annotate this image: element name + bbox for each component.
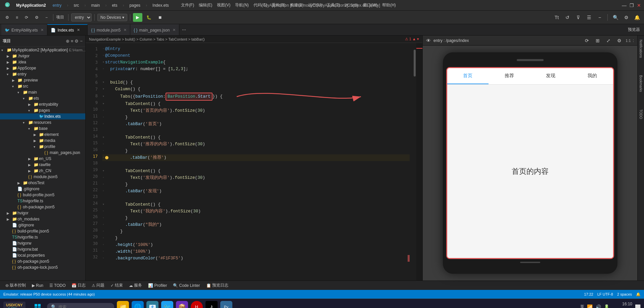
notifications-label[interactable]: Notifications: [638, 38, 643, 59]
expand-icon-btn[interactable]: ≡: [13, 14, 21, 21]
tree-hvigorfile-ts[interactable]: TS hvigorfile.ts: [0, 198, 85, 204]
tree-rawfile[interactable]: ▶ 📁 rawfile: [0, 162, 85, 168]
tree-src[interactable]: ▾ 📁 src: [0, 83, 85, 89]
close-tab-entryability[interactable]: ✕: [41, 28, 44, 32]
layout-icon-btn[interactable]: ☰: [585, 13, 593, 22]
tree-main-pages-json[interactable]: { } main_pages.json: [0, 150, 85, 156]
tree-appscope[interactable]: ▶ 📁 AppScope: [0, 65, 85, 71]
tray-battery[interactable]: 🔋: [604, 304, 609, 308]
todo-btn[interactable]: ☰ TODO: [47, 283, 68, 289]
tree-ohos-test[interactable]: ▶ 📁 ohosTest: [0, 180, 85, 186]
encoding[interactable]: LF UTF-8: [597, 292, 613, 296]
minus-icon-btn[interactable]: −: [43, 14, 50, 21]
sidebar-gear-icon[interactable]: ⚙: [75, 39, 79, 44]
gear2-icon-btn[interactable]: ⚙: [32, 14, 41, 21]
minimize-button[interactable]: —: [622, 3, 627, 8]
tree-entryability[interactable]: ▶ 📁 entryability: [0, 101, 85, 107]
restore-button[interactable]: ❐: [629, 3, 634, 8]
refresh-icon-btn[interactable]: ↺: [563, 13, 572, 22]
finish-btn[interactable]: ✓ 结束: [108, 282, 126, 289]
menu-edit[interactable]: 编辑(E): [197, 2, 214, 9]
tree-hvigorw-bat[interactable]: 📄 hvigorw.bat: [0, 246, 85, 252]
preview-log-btn[interactable]: 📋 预览日志: [203, 282, 231, 289]
editor-scrollbar[interactable]: [413, 43, 416, 280]
tree-gitignore-entry[interactable]: 📄 .gitignore: [0, 186, 85, 192]
run-label-btn[interactable]: ▶ Run: [29, 283, 46, 289]
filter-icon-btn[interactable]: ⊽: [574, 13, 583, 22]
profiler-btn[interactable]: 📊 Profiler: [145, 283, 170, 289]
menu-nav[interactable]: 导航(N): [233, 2, 251, 9]
preview-settings-btn[interactable]: ⚙: [615, 36, 624, 45]
menu-view[interactable]: 视图(V): [215, 2, 232, 9]
system-clock[interactable]: 16:10 2023/12/11: [612, 301, 632, 308]
todo-label[interactable]: TODO: [638, 108, 643, 120]
taskbar-jetbrains-icon[interactable]: J: [205, 301, 218, 308]
taskbar-mail-icon[interactable]: 📧: [146, 301, 158, 308]
sidebar-expand-icon[interactable]: ≡: [71, 39, 74, 44]
tree-resources[interactable]: ▾ 📁 resources: [0, 119, 85, 125]
tree-idea[interactable]: ▶ 📁 .idea: [0, 59, 85, 65]
search-bar[interactable]: 🔍: [47, 303, 114, 308]
tree-entry[interactable]: ▾ 📁 entry: [0, 71, 85, 77]
menu-help[interactable]: 帮助(H): [380, 2, 398, 9]
close-button[interactable]: ✕: [637, 3, 641, 8]
tree-index-ets[interactable]: 🐦 Index.ets: [0, 113, 85, 119]
breadcrumb-pages[interactable]: pages: [127, 2, 142, 8]
tree-media[interactable]: ▶ 📁 media: [0, 138, 85, 144]
phone-tab-recommend[interactable]: 推荐: [489, 68, 530, 84]
diary-btn[interactable]: 📅 日志: [69, 282, 88, 289]
notification-status-icon[interactable]: 🔔: [636, 292, 641, 297]
sync-icon-btn[interactable]: ⟳: [22, 14, 31, 21]
tree-oh-package-root[interactable]: { } oh-package.json5: [0, 258, 85, 264]
debug-button[interactable]: 🐛: [144, 14, 154, 21]
code-content[interactable]: ◦ @Entry ◦ @Component ▾ struct Navigatio…: [99, 43, 413, 280]
tt-icon-btn[interactable]: Tt: [552, 13, 561, 22]
scrollbar-thumb[interactable]: [414, 50, 416, 76]
tree-zh-cn[interactable]: ▶ 📁 zh_CN: [0, 168, 85, 174]
sidebar-add-icon[interactable]: ⊕: [66, 39, 70, 44]
stop-button[interactable]: ⏹: [155, 14, 165, 21]
tray-show-desktop[interactable]: ⬜: [635, 304, 641, 308]
tree-main[interactable]: ▾ 📁 main: [0, 89, 85, 95]
phone-tab-discover[interactable]: 发现: [530, 68, 572, 84]
preview-button[interactable]: 预览器: [624, 27, 644, 33]
tree-profile[interactable]: ▾ 📁 profile: [0, 144, 85, 150]
currency-widget[interactable]: USD/CNY +0.23%: [3, 302, 26, 308]
tree-gitignore-root[interactable]: 📄 .gitignore: [0, 222, 85, 228]
entry-select[interactable]: entry: [71, 13, 92, 21]
taskbar-search-input[interactable]: [58, 305, 109, 308]
layout-toggle-btn[interactable]: ⊞: [593, 36, 602, 45]
tree-oh-package-lock[interactable]: { } oh-package-lock.json5: [0, 264, 85, 270]
issues-btn[interactable]: ⚠ 问题: [89, 282, 107, 289]
indent[interactable]: 2 spaces: [617, 292, 632, 296]
taskbar-folder-icon[interactable]: 📁: [117, 301, 129, 308]
line-col[interactable]: 17:22: [584, 292, 593, 296]
close-tab-module[interactable]: ✕: [124, 28, 127, 32]
phone-tab-home[interactable]: 首页: [447, 68, 489, 84]
tab-index[interactable]: 📄 Index.ets ✕: [47, 24, 88, 35]
taskbar-python-icon[interactable]: Py: [220, 301, 232, 308]
search-icon-btn[interactable]: 🔍: [611, 13, 620, 22]
taskbar-twitter-icon[interactable]: 🐦: [161, 301, 173, 308]
sidebar-minus-icon[interactable]: −: [80, 39, 83, 44]
gear3-icon-btn[interactable]: ⚙: [622, 13, 631, 22]
tree-oh-modules[interactable]: ▶ 📁 oh_modules: [0, 216, 85, 222]
tree-base[interactable]: ▾ 📁 base: [0, 125, 85, 132]
close-tab-pages[interactable]: ✕: [173, 28, 176, 32]
taskbar-package-icon[interactable]: 📦: [176, 301, 188, 308]
menu-file[interactable]: 文件(F): [179, 2, 196, 9]
close-tab-index[interactable]: ✕: [77, 28, 80, 32]
tray-network[interactable]: 📶: [587, 304, 593, 308]
taskbar-harmonyos-icon[interactable]: H: [191, 301, 203, 308]
tree-pages[interactable]: ▾ 📁 pages: [0, 107, 85, 113]
bookmarks-label[interactable]: Bookmarks: [638, 74, 643, 93]
breadcrumb-file[interactable]: Index.ets: [150, 2, 171, 8]
run-button[interactable]: ▶: [133, 13, 142, 22]
tree-preview[interactable]: ▶ 📁 .preview: [0, 77, 85, 83]
tab-main-pages[interactable]: { } main_pages.json ✕: [130, 24, 179, 35]
breadcrumb-main[interactable]: main: [89, 2, 102, 8]
minus2-icon-btn[interactable]: −: [595, 13, 604, 22]
start-button[interactable]: [31, 300, 44, 308]
breadcrumb-ets[interactable]: ets: [110, 2, 119, 8]
tab-entryability[interactable]: 🐦 EntryAbility.ets ✕: [1, 24, 47, 35]
